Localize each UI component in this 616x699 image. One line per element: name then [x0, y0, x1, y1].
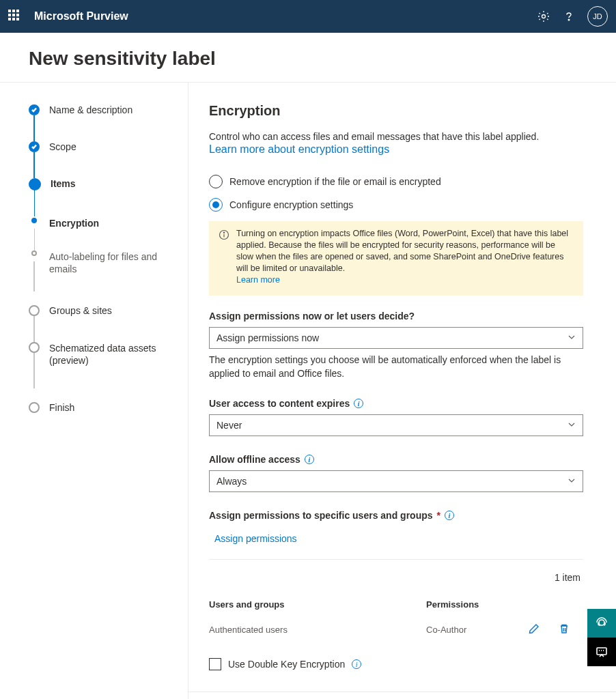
step-items[interactable]: Items	[29, 178, 174, 190]
edit-icon[interactable]	[529, 623, 540, 636]
assign-permissions-select[interactable]: Assign permissions now	[209, 327, 583, 349]
svg-point-5	[599, 620, 604, 625]
svg-point-0	[542, 15, 546, 18]
step-scope[interactable]: Scope	[29, 141, 174, 152]
intro-text: Control who can access files and email m…	[209, 130, 583, 143]
encryption-impact-callout: Turning on encryption impacts Office fil…	[209, 221, 583, 296]
expiry-select[interactable]: Never	[209, 414, 583, 436]
avatar[interactable]: JD	[587, 6, 608, 27]
step-encryption[interactable]: Encryption	[29, 218, 174, 229]
svg-point-4	[223, 232, 224, 233]
settings-icon[interactable]	[537, 10, 550, 23]
radio-configure-encryption[interactable]: Configure encryption settings	[209, 198, 583, 212]
info-icon[interactable]: i	[352, 659, 361, 669]
chevron-down-icon	[568, 476, 576, 487]
learn-more-encryption-link[interactable]: Learn more about encryption settings	[209, 143, 389, 155]
callout-learn-more-link[interactable]: Learn more	[236, 275, 280, 285]
wizard-steps-sidebar: Name & description Scope Items Encryptio…	[0, 83, 188, 699]
feedback-icon[interactable]	[587, 638, 616, 666]
specific-users-label: Assign permissions to specific users and…	[209, 510, 583, 521]
page-title: New sensitivity label	[0, 33, 616, 82]
expiry-label: User access to content expires i	[209, 398, 583, 409]
chevron-down-icon	[568, 420, 576, 431]
step-name-description[interactable]: Name & description	[29, 104, 174, 115]
table-row: Authenticated users Co-Author	[209, 614, 583, 646]
assign-hint: The encryption settings you choose will …	[209, 353, 583, 380]
info-icon[interactable]: i	[305, 455, 314, 464]
chevron-down-icon	[568, 332, 576, 343]
step-groups-sites[interactable]: Groups & sites	[29, 305, 174, 316]
section-heading: Encryption	[209, 103, 583, 119]
info-icon[interactable]: i	[354, 399, 363, 408]
support-icon[interactable]	[587, 609, 616, 638]
info-icon	[219, 229, 229, 286]
app-launcher-icon[interactable]	[8, 10, 22, 23]
offline-select[interactable]: Always	[209, 470, 583, 492]
permissions-table-header: Users and groups Permissions	[209, 595, 583, 614]
offline-label: Allow offline access i	[209, 454, 583, 465]
radio-icon	[209, 175, 223, 188]
help-icon[interactable]	[563, 10, 575, 23]
product-name: Microsoft Purview	[34, 10, 128, 23]
info-icon[interactable]: i	[445, 511, 454, 520]
item-count: 1 item	[209, 560, 583, 595]
radio-icon	[209, 198, 223, 212]
assign-permissions-label: Assign permissions now or let users deci…	[209, 311, 583, 322]
assign-permissions-link[interactable]: Assign permissions	[209, 526, 297, 555]
dke-checkbox[interactable]	[209, 658, 221, 670]
delete-icon[interactable]	[559, 623, 570, 636]
svg-point-1	[568, 19, 570, 20]
dke-label: Use Double Key Encryption	[228, 659, 345, 670]
step-schematized[interactable]: Schematized data assets (preview)	[29, 342, 174, 367]
wizard-footer: Back Next Cancel	[188, 691, 616, 699]
radio-remove-encryption[interactable]: Remove encryption if the file or email i…	[209, 175, 583, 188]
step-auto-labeling[interactable]: Auto-labeling for files and emails	[29, 251, 174, 275]
step-finish[interactable]: Finish	[29, 402, 174, 413]
